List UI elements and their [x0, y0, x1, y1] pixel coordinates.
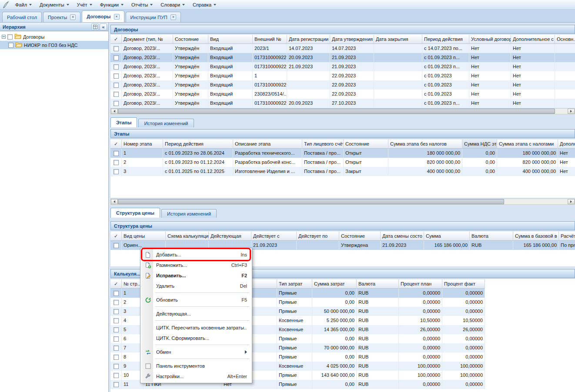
- stages-column-header[interactable]: Тип лицевого счёт: [302, 139, 344, 149]
- row-checkbox[interactable]: [114, 46, 119, 51]
- contracts-row[interactable]: Договор, 2023/...УтверждёнВходящий017310…: [110, 99, 575, 108]
- contracts-column-header[interactable]: Основн...: [555, 34, 575, 44]
- menu-accounting[interactable]: Учёт: [73, 1, 96, 8]
- tree-checkbox[interactable]: [7, 34, 13, 40]
- scroll-left-icon[interactable]: [111, 109, 118, 114]
- menu-help[interactable]: Справка: [189, 1, 220, 8]
- collapse-expander-icon[interactable]: [2, 35, 6, 39]
- price-column-header[interactable]: ✓: [110, 231, 122, 241]
- tree-checkbox[interactable]: [8, 43, 13, 48]
- row-checkbox[interactable]: [114, 291, 119, 296]
- tree-item-dogovory[interactable]: Договоры: [0, 33, 108, 41]
- row-checkbox[interactable]: [114, 309, 119, 314]
- row-checkbox[interactable]: [114, 382, 119, 387]
- price-column-header[interactable]: Действующая: [209, 231, 251, 241]
- calc-column-header[interactable]: ✓: [110, 279, 122, 289]
- context-menu-item-15[interactable]: Настройки...Alt+Enter: [141, 371, 251, 382]
- context-menu-item-2[interactable]: Исправить...F2: [141, 270, 251, 281]
- stages-column-header[interactable]: Период действия: [163, 139, 233, 149]
- contracts-row[interactable]: Договор, 2023/...УтверждёнВходящий2023/1…: [110, 44, 575, 53]
- context-menu-item-5[interactable]: ОбновитьF5: [141, 295, 251, 305]
- context-menu-item-3[interactable]: УдалитьDel: [141, 281, 251, 291]
- row-checkbox[interactable]: [114, 243, 119, 248]
- close-icon[interactable]: [70, 14, 76, 20]
- row-checkbox[interactable]: [114, 373, 119, 378]
- tree-item-niokr[interactable]: НИОКР по ГОЗ без НДС: [0, 41, 108, 49]
- stages-row[interactable]: 2с 01.09.2023 по 01.12.2024Разработка ра…: [110, 158, 575, 167]
- contracts-row[interactable]: Договор, 2023/...УтверждёнВходящий017310…: [110, 80, 575, 90]
- tab-dogovory[interactable]: Договоры: [82, 10, 124, 22]
- calc-column-header[interactable]: Процент факт: [442, 279, 485, 289]
- menu-functions[interactable]: Функции: [96, 1, 127, 8]
- row-checkbox[interactable]: [114, 101, 119, 106]
- contracts-column-header[interactable]: Дата регистрации: [287, 34, 330, 44]
- menu-reports[interactable]: Отчёты: [127, 1, 157, 8]
- row-checkbox[interactable]: [114, 300, 119, 305]
- tab-rabochiy-stol[interactable]: Рабочий стол: [2, 12, 42, 22]
- stages-column-header[interactable]: Сумма этапа без налогов: [388, 139, 462, 149]
- tab-struktura-tseny[interactable]: Структура цены: [110, 208, 160, 218]
- price-column-header[interactable]: Сумма: [424, 231, 470, 241]
- context-menu-item-1[interactable]: Размножить...Ctrl+F3: [141, 260, 251, 270]
- scrollbar-thumb[interactable]: [118, 199, 504, 204]
- contracts-column-header[interactable]: Дата утверждения: [330, 34, 374, 44]
- row-checkbox[interactable]: [114, 64, 119, 70]
- contracts-horizontal-scrollbar[interactable]: [110, 108, 575, 114]
- price-column-header[interactable]: Вид цены: [122, 231, 166, 241]
- contracts-row[interactable]: Договор, 2023/...УтверждёнВходящий017310…: [110, 62, 575, 71]
- row-checkbox[interactable]: [114, 336, 119, 342]
- stages-row[interactable]: 1с 01.09.2023 по 28.06.2024Разработка те…: [110, 149, 575, 158]
- row-checkbox[interactable]: [114, 327, 119, 332]
- close-icon[interactable]: [114, 14, 120, 20]
- price-column-header[interactable]: Дата смены состо: [381, 231, 424, 241]
- scroll-right-icon[interactable]: [568, 199, 575, 204]
- menu-documents[interactable]: Документы: [36, 1, 73, 8]
- scroll-left-icon[interactable]: [111, 199, 118, 204]
- price-column-header[interactable]: Действует по: [297, 231, 339, 241]
- calc-column-header[interactable]: Процент план: [399, 279, 442, 289]
- contracts-column-header[interactable]: Период действия: [422, 34, 469, 44]
- tab-istoriya-izmeneniy[interactable]: История изменений: [138, 119, 194, 127]
- row-checkbox[interactable]: [114, 73, 119, 79]
- row-checkbox[interactable]: [114, 345, 119, 351]
- row-checkbox[interactable]: [114, 169, 119, 174]
- context-menu-item-0[interactable]: Добавить...Ins: [141, 249, 251, 260]
- stages-column-header[interactable]: ✓: [110, 139, 122, 149]
- price-column-header[interactable]: Действует с: [251, 231, 297, 241]
- scroll-right-icon[interactable]: [568, 109, 575, 114]
- price-column-header[interactable]: Валюта: [470, 231, 513, 241]
- row-checkbox[interactable]: [114, 355, 119, 360]
- contracts-row[interactable]: Договор, 2023/...УтверждёнВходящий017310…: [110, 53, 575, 62]
- contracts-row[interactable]: Договор, 2023/...УтверждёнВходящий230823…: [110, 90, 575, 99]
- context-menu-item-12[interactable]: Обмен: [141, 347, 251, 357]
- contracts-column-header[interactable]: Дата закрытия: [374, 34, 422, 44]
- calc-column-header[interactable]: Сумма затрат: [312, 279, 357, 289]
- price-column-header[interactable]: Схема калькуляци: [166, 231, 209, 241]
- contracts-column-header[interactable]: Внешний №: [253, 34, 287, 44]
- context-menu-item-14[interactable]: Панель инструментов: [141, 361, 251, 371]
- row-checkbox[interactable]: [114, 83, 119, 88]
- price-column-header[interactable]: Расчёт...: [559, 231, 575, 241]
- row-checkbox[interactable]: [114, 55, 119, 60]
- stages-column-header[interactable]: Состояние: [344, 139, 388, 149]
- context-menu-item-9[interactable]: ЦИТК. Пересчитать косвенные затраты...: [141, 322, 251, 333]
- calc-column-header[interactable]: Тип затрат: [277, 279, 312, 289]
- row-checkbox[interactable]: [114, 92, 119, 97]
- contracts-column-header[interactable]: Документ (тип, №: [122, 34, 173, 44]
- row-checkbox[interactable]: [114, 160, 119, 165]
- stages-column-header[interactable]: Номер этапа: [122, 139, 163, 149]
- tab-etapy[interactable]: Этапы: [110, 117, 137, 127]
- row-checkbox[interactable]: [114, 364, 119, 369]
- contracts-column-header[interactable]: Состояние: [173, 34, 208, 44]
- menu-dictionaries[interactable]: Словари: [157, 1, 189, 8]
- stages-column-header[interactable]: Описание этапа: [233, 139, 302, 149]
- menu-file[interactable]: Файл: [11, 1, 36, 8]
- scrollbar-thumb[interactable]: [118, 109, 555, 114]
- tab-istoriya-izmeneniy[interactable]: История изменений: [161, 209, 217, 218]
- stages-column-header[interactable]: Дополн...: [558, 139, 575, 149]
- row-checkbox[interactable]: [114, 318, 119, 323]
- contracts-row[interactable]: Договор, 2023/...УтверждёнВходящий122.09…: [110, 71, 575, 80]
- tab-proekty[interactable]: Проекты: [43, 12, 80, 22]
- price-column-header[interactable]: Состояние: [339, 231, 381, 241]
- close-icon[interactable]: [170, 14, 176, 20]
